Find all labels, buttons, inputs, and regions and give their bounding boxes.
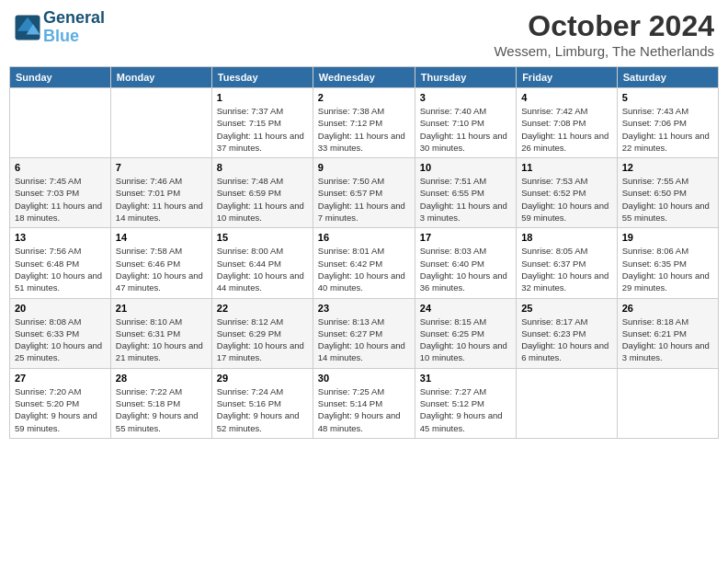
- day-number: 9: [318, 162, 410, 173]
- day-number: 29: [217, 373, 308, 384]
- day-detail: Sunrise: 7:20 AM Sunset: 5:20 PM Dayligh…: [15, 385, 106, 434]
- calendar-cell: 25Sunrise: 8:17 AM Sunset: 6:23 PM Dayli…: [517, 298, 618, 368]
- weekday-header: Tuesday: [211, 67, 313, 88]
- day-number: 8: [217, 162, 308, 173]
- day-detail: Sunrise: 8:06 AM Sunset: 6:35 PM Dayligh…: [622, 245, 713, 293]
- calendar-cell: 6Sunrise: 7:45 AM Sunset: 7:03 PM Daylig…: [10, 158, 111, 228]
- day-number: 1: [217, 92, 308, 103]
- day-detail: Sunrise: 7:43 AM Sunset: 7:06 PM Dayligh…: [622, 105, 713, 154]
- weekday-header: Thursday: [415, 67, 516, 88]
- calendar-cell: [517, 368, 618, 438]
- calendar-cell: 10Sunrise: 7:51 AM Sunset: 6:55 PM Dayli…: [415, 158, 516, 228]
- calendar-header-row: SundayMondayTuesdayWednesdayThursdayFrid…: [10, 67, 719, 88]
- day-detail: Sunrise: 8:01 AM Sunset: 6:42 PM Dayligh…: [318, 245, 410, 293]
- calendar-cell: 30Sunrise: 7:25 AM Sunset: 5:14 PM Dayli…: [313, 368, 415, 438]
- day-detail: Sunrise: 7:55 AM Sunset: 6:50 PM Dayligh…: [622, 175, 713, 224]
- day-detail: Sunrise: 7:37 AM Sunset: 7:15 PM Dayligh…: [217, 105, 308, 154]
- day-number: 11: [521, 162, 612, 173]
- calendar-cell: 1Sunrise: 7:37 AM Sunset: 7:15 PM Daylig…: [211, 88, 313, 158]
- day-detail: Sunrise: 7:58 AM Sunset: 6:46 PM Dayligh…: [116, 245, 207, 293]
- day-detail: Sunrise: 7:24 AM Sunset: 5:16 PM Dayligh…: [217, 385, 308, 434]
- day-number: 16: [318, 232, 410, 243]
- calendar-cell: 21Sunrise: 8:10 AM Sunset: 6:31 PM Dayli…: [110, 298, 211, 368]
- calendar-week-row: 20Sunrise: 8:08 AM Sunset: 6:33 PM Dayli…: [10, 298, 719, 368]
- calendar-cell: [10, 88, 111, 158]
- day-number: 20: [15, 303, 106, 314]
- calendar-cell: 3Sunrise: 7:40 AM Sunset: 7:10 PM Daylig…: [415, 88, 516, 158]
- day-number: 25: [521, 303, 612, 314]
- day-number: 28: [116, 373, 207, 384]
- logo: General Blue: [14, 9, 105, 46]
- calendar-cell: 27Sunrise: 7:20 AM Sunset: 5:20 PM Dayli…: [10, 368, 111, 438]
- day-number: 19: [622, 232, 713, 243]
- calendar-cell: 28Sunrise: 7:22 AM Sunset: 5:18 PM Dayli…: [110, 368, 211, 438]
- day-detail: Sunrise: 7:51 AM Sunset: 6:55 PM Dayligh…: [420, 175, 511, 224]
- day-number: 12: [622, 162, 713, 173]
- day-number: 24: [420, 303, 511, 314]
- day-number: 18: [521, 232, 612, 243]
- day-detail: Sunrise: 7:45 AM Sunset: 7:03 PM Dayligh…: [15, 175, 106, 224]
- calendar-cell: 11Sunrise: 7:53 AM Sunset: 6:52 PM Dayli…: [517, 158, 618, 228]
- day-number: 3: [420, 92, 511, 103]
- calendar-cell: 29Sunrise: 7:24 AM Sunset: 5:16 PM Dayli…: [211, 368, 313, 438]
- calendar-week-row: 6Sunrise: 7:45 AM Sunset: 7:03 PM Daylig…: [10, 158, 719, 228]
- day-detail: Sunrise: 7:38 AM Sunset: 7:12 PM Dayligh…: [318, 105, 410, 154]
- day-detail: Sunrise: 8:00 AM Sunset: 6:44 PM Dayligh…: [217, 245, 308, 293]
- calendar-cell: [617, 368, 718, 438]
- logo-line1: General: [43, 9, 105, 28]
- day-detail: Sunrise: 7:53 AM Sunset: 6:52 PM Dayligh…: [521, 175, 612, 224]
- calendar-cell: 15Sunrise: 8:00 AM Sunset: 6:44 PM Dayli…: [211, 228, 313, 298]
- calendar-week-row: 27Sunrise: 7:20 AM Sunset: 5:20 PM Dayli…: [10, 368, 719, 438]
- day-number: 30: [318, 373, 410, 384]
- calendar-cell: 8Sunrise: 7:48 AM Sunset: 6:59 PM Daylig…: [211, 158, 313, 228]
- day-detail: Sunrise: 8:08 AM Sunset: 6:33 PM Dayligh…: [15, 316, 106, 364]
- day-detail: Sunrise: 8:15 AM Sunset: 6:25 PM Dayligh…: [420, 316, 511, 364]
- calendar-cell: [110, 88, 211, 158]
- calendar-week-row: 1Sunrise: 7:37 AM Sunset: 7:15 PM Daylig…: [10, 88, 719, 158]
- calendar-cell: 5Sunrise: 7:43 AM Sunset: 7:06 PM Daylig…: [617, 88, 718, 158]
- calendar-week-row: 13Sunrise: 7:56 AM Sunset: 6:48 PM Dayli…: [10, 228, 719, 298]
- day-detail: Sunrise: 8:12 AM Sunset: 6:29 PM Dayligh…: [217, 316, 308, 364]
- calendar-cell: 31Sunrise: 7:27 AM Sunset: 5:12 PM Dayli…: [415, 368, 516, 438]
- calendar-cell: 2Sunrise: 7:38 AM Sunset: 7:12 PM Daylig…: [313, 88, 415, 158]
- calendar-cell: 9Sunrise: 7:50 AM Sunset: 6:57 PM Daylig…: [313, 158, 415, 228]
- calendar-cell: 24Sunrise: 8:15 AM Sunset: 6:25 PM Dayli…: [415, 298, 516, 368]
- logo-icon: [14, 14, 41, 41]
- day-detail: Sunrise: 7:25 AM Sunset: 5:14 PM Dayligh…: [318, 385, 410, 434]
- day-number: 31: [420, 373, 511, 384]
- calendar-cell: 26Sunrise: 8:18 AM Sunset: 6:21 PM Dayli…: [617, 298, 718, 368]
- day-number: 4: [521, 92, 612, 103]
- calendar-cell: 12Sunrise: 7:55 AM Sunset: 6:50 PM Dayli…: [617, 158, 718, 228]
- calendar-cell: 14Sunrise: 7:58 AM Sunset: 6:46 PM Dayli…: [110, 228, 211, 298]
- location-title: Wessem, Limburg, The Netherlands: [494, 43, 714, 59]
- day-number: 17: [420, 232, 511, 243]
- weekday-header: Saturday: [617, 67, 718, 88]
- day-number: 15: [217, 232, 308, 243]
- day-number: 14: [116, 232, 207, 243]
- calendar-cell: 22Sunrise: 8:12 AM Sunset: 6:29 PM Dayli…: [211, 298, 313, 368]
- day-number: 23: [318, 303, 410, 314]
- calendar-cell: 4Sunrise: 7:42 AM Sunset: 7:08 PM Daylig…: [517, 88, 618, 158]
- day-number: 7: [116, 162, 207, 173]
- day-detail: Sunrise: 7:50 AM Sunset: 6:57 PM Dayligh…: [318, 175, 410, 224]
- day-detail: Sunrise: 7:56 AM Sunset: 6:48 PM Dayligh…: [15, 245, 106, 293]
- day-number: 21: [116, 303, 207, 314]
- day-detail: Sunrise: 7:40 AM Sunset: 7:10 PM Dayligh…: [420, 105, 511, 154]
- calendar-cell: 20Sunrise: 8:08 AM Sunset: 6:33 PM Dayli…: [10, 298, 111, 368]
- calendar-cell: 23Sunrise: 8:13 AM Sunset: 6:27 PM Dayli…: [313, 298, 415, 368]
- day-detail: Sunrise: 7:27 AM Sunset: 5:12 PM Dayligh…: [420, 385, 511, 434]
- calendar-cell: 7Sunrise: 7:46 AM Sunset: 7:01 PM Daylig…: [110, 158, 211, 228]
- weekday-header: Monday: [110, 67, 211, 88]
- calendar-cell: 13Sunrise: 7:56 AM Sunset: 6:48 PM Dayli…: [10, 228, 111, 298]
- day-number: 5: [622, 92, 713, 103]
- day-number: 2: [318, 92, 410, 103]
- calendar-table: SundayMondayTuesdayWednesdayThursdayFrid…: [9, 66, 719, 439]
- page-header: General Blue October 2024 Wessem, Limbur…: [9, 9, 719, 59]
- day-number: 13: [15, 232, 106, 243]
- day-detail: Sunrise: 8:03 AM Sunset: 6:40 PM Dayligh…: [420, 245, 511, 293]
- day-detail: Sunrise: 7:42 AM Sunset: 7:08 PM Dayligh…: [521, 105, 612, 154]
- day-number: 27: [15, 373, 106, 384]
- logo-line2: Blue: [43, 28, 105, 46]
- weekday-header: Wednesday: [313, 67, 415, 88]
- calendar-cell: 19Sunrise: 8:06 AM Sunset: 6:35 PM Dayli…: [617, 228, 718, 298]
